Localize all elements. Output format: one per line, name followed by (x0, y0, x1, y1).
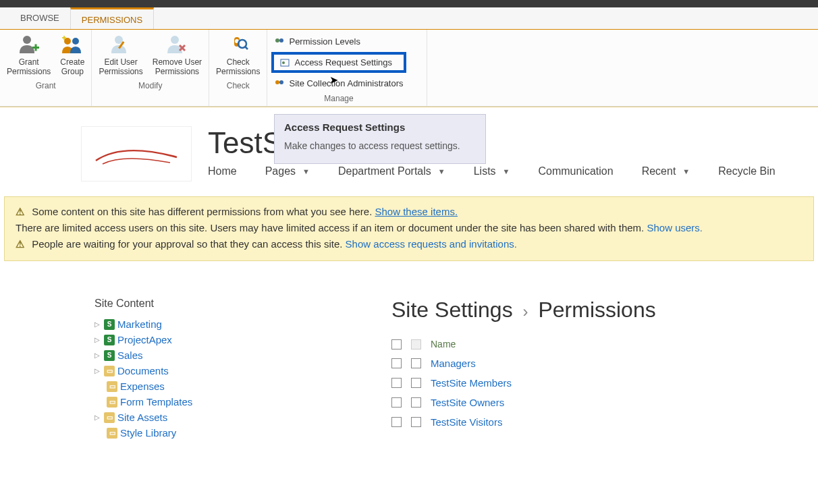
tree-item-sales[interactable]: ▷SSales (94, 347, 310, 363)
permissions-row-members: TestSite Members (391, 373, 791, 393)
tree-item-style-library[interactable]: ▭Style Library (107, 425, 310, 441)
group-link-members[interactable]: TestSite Members (431, 377, 512, 389)
tooltip-text: Make changes to access request settings. (284, 140, 476, 152)
site-content-tree: ▷SMarketing ▷SProjectApex ▷SSales ▷▭Docu… (94, 316, 310, 441)
site-collection-admins-label: Site Collection Administrators (289, 78, 403, 88)
column-header-name[interactable]: Name (431, 339, 456, 349)
tree-label: Documents (117, 365, 169, 376)
svg-point-9 (171, 36, 179, 44)
check-permissions-button[interactable]: Check Permissions (216, 34, 260, 77)
nav-recent[interactable]: Recent▼ (642, 165, 690, 177)
breadcrumb-site-settings[interactable]: Site Settings (391, 298, 513, 322)
row-checkbox[interactable] (391, 417, 402, 427)
warning-icon: ⚠ (16, 236, 29, 252)
tree-item-documents[interactable]: ▷▭Documents (94, 363, 310, 379)
nav-home-label: Home (208, 165, 237, 177)
remove-user-permissions-button[interactable]: Remove User Permissions (153, 34, 202, 77)
ribbon-group-modify: Edit User Permissions Remove User Permis… (92, 30, 209, 106)
nav-home[interactable]: Home (208, 165, 237, 177)
breadcrumb-separator-icon: › (519, 302, 533, 320)
folder-icon: ▭ (104, 366, 115, 376)
show-access-requests-link[interactable]: Show access requests and invitations. (346, 238, 517, 250)
ribbon: Grant Permissions Create Group Grant Edi… (0, 30, 818, 107)
ribbon-group-check: Check Permissions Check (209, 30, 267, 106)
group-link-visitors[interactable]: TestSite Visitors (431, 416, 502, 428)
people-icon (274, 37, 285, 47)
svg-point-16 (275, 38, 279, 43)
ribbon-group-manage-label: Manage (271, 90, 406, 106)
create-group-button[interactable]: Create Group (60, 34, 84, 77)
nav-lists-label: Lists (474, 165, 496, 177)
row-checkbox[interactable] (391, 397, 402, 408)
chevron-down-icon: ▼ (682, 167, 690, 175)
access-request-settings-link[interactable]: Access Request Settings (271, 52, 406, 73)
row-edit-checkbox[interactable] (411, 417, 421, 427)
site-icon: S (104, 335, 115, 345)
nav-lists[interactable]: Lists▼ (474, 165, 510, 177)
tab-permissions[interactable]: PERMISSIONS (70, 7, 154, 29)
permissions-row-owners: TestSite Owners (391, 393, 791, 412)
tree-label: Site Assets (117, 412, 167, 423)
settings-request-icon (279, 58, 290, 67)
expand-icon[interactable]: ▷ (94, 367, 101, 374)
svg-line-15 (245, 47, 248, 49)
tree-item-form-templates[interactable]: ▭Form Templates (107, 394, 310, 410)
row-edit-checkbox[interactable] (411, 358, 421, 368)
site-logo[interactable] (81, 126, 192, 181)
svg-point-4 (72, 38, 79, 45)
expand-icon[interactable]: ▷ (94, 414, 101, 421)
nav-pages[interactable]: Pages▼ (265, 165, 310, 177)
row-edit-checkbox[interactable] (411, 378, 421, 388)
nav-department-portals[interactable]: Department Portals▼ (338, 165, 445, 177)
grant-permissions-button[interactable]: Grant Permissions (7, 34, 51, 77)
chevron-down-icon: ▼ (438, 167, 445, 175)
expand-icon[interactable]: ▷ (94, 320, 101, 328)
show-these-items-link[interactable]: Show these items. (375, 206, 458, 217)
banner-line1-text: Some content on this site has different … (32, 206, 372, 217)
nav-recent-label: Recent (642, 165, 676, 177)
expand-icon[interactable]: ▷ (94, 352, 101, 359)
banner-line2-text: There are limited access users on this s… (16, 222, 644, 233)
ribbon-group-check-label: Check (216, 77, 260, 93)
show-users-link[interactable]: Show users. (647, 222, 703, 233)
tree-item-expenses[interactable]: ▭Expenses (107, 379, 310, 394)
row-checkbox[interactable] (391, 358, 402, 368)
tree-label: Marketing (117, 318, 162, 330)
permissions-table: Name Managers TestSite Members TestSite … (391, 335, 791, 432)
nav-communication[interactable]: Communication (538, 165, 613, 177)
folder-icon: ▭ (104, 412, 115, 423)
ribbon-group-modify-label: Modify (99, 77, 202, 93)
svg-point-21 (279, 80, 283, 84)
tree-label: Sales (117, 349, 143, 361)
ribbon-group-grant: Grant Permissions Create Group Grant (0, 30, 92, 106)
site-icon: S (104, 350, 115, 361)
top-dark-bar (0, 0, 818, 7)
tree-item-projectapex[interactable]: ▷SProjectApex (94, 332, 310, 347)
nav-pages-label: Pages (265, 165, 296, 177)
tree-item-site-assets[interactable]: ▷▭Site Assets (94, 410, 310, 425)
grant-permissions-icon (18, 34, 40, 55)
chevron-down-icon: ▼ (503, 167, 510, 175)
permission-levels-link[interactable]: Permission Levels (271, 35, 406, 48)
remove-user-label: Remove User Permissions (153, 58, 202, 77)
nav-recycle-bin[interactable]: Recycle Bin (718, 165, 775, 177)
select-all-checkbox[interactable] (391, 339, 402, 349)
tree-label: Form Templates (120, 396, 192, 408)
tree-item-marketing[interactable]: ▷SMarketing (94, 316, 310, 332)
site-collection-admins-link[interactable]: Site Collection Administrators (271, 77, 406, 90)
tree-label: Expenses (120, 381, 165, 392)
warning-icon: ⚠ (16, 204, 29, 220)
access-request-tooltip: Access Request Settings Make changes to … (274, 114, 486, 164)
tab-browse[interactable]: BROWSE (9, 7, 70, 29)
group-link-managers[interactable]: Managers (431, 358, 476, 369)
nav-communication-label: Communication (538, 165, 613, 177)
permissions-info-banner: ⚠ Some content on this site has differen… (4, 196, 814, 261)
row-edit-checkbox[interactable] (411, 397, 421, 408)
row-checkbox[interactable] (391, 378, 402, 388)
create-group-label: Create Group (60, 58, 84, 77)
edit-user-permissions-button[interactable]: Edit User Permissions (99, 34, 142, 77)
group-link-owners[interactable]: TestSite Owners (431, 397, 504, 408)
expand-icon[interactable]: ▷ (94, 336, 101, 343)
grant-permissions-label: Grant Permissions (7, 58, 51, 77)
breadcrumb-permissions: Permissions (538, 298, 655, 322)
